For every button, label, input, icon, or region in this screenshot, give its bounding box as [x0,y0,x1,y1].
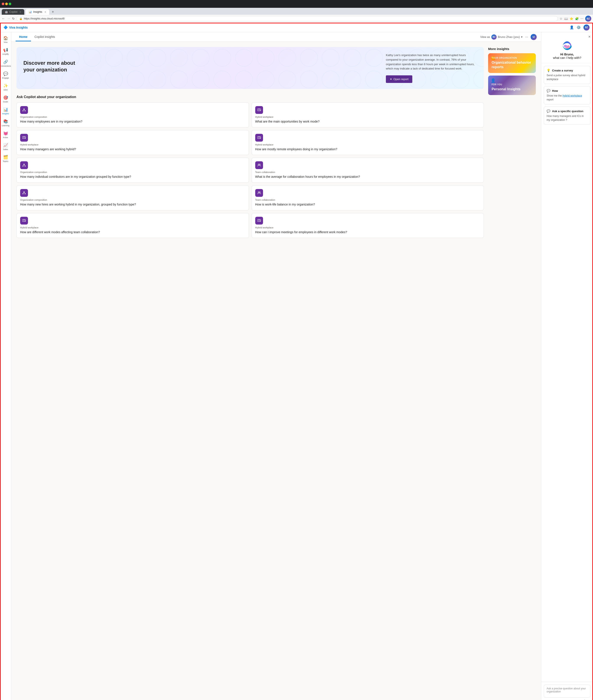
card-card1[interactable]: Organization composition How many employ… [16,102,249,128]
more-options-button[interactable]: ⋯ [525,35,528,39]
svg-point-16 [23,193,24,194]
card-question-card9: How are different work modes affecting t… [20,230,245,234]
svg-rect-6 [23,136,26,139]
copilot-suggestions: 💡 Create a survey Send a pulse survey ab… [541,63,593,682]
suggestion-text-ask-question: How many managers and ICs in my organiza… [547,115,584,122]
user-avatar[interactable]: BZ [584,25,590,31]
card-card5[interactable]: Organization composition How many indivi… [16,158,249,183]
card-card4[interactable]: Hybrid workplace How are mostly remote e… [251,130,484,155]
card-category-card6: Team collaboration [255,171,480,173]
copilot-input-field[interactable]: Ask a precise question about your organi… [544,685,590,698]
card-card10[interactable]: Hybrid workplace How can I improve meeti… [251,213,484,238]
forward-button[interactable]: → [7,17,10,20]
extensions-button[interactable]: 🧩 [575,17,579,20]
browser-window-controls [2,3,11,5]
card-card6[interactable]: Team collaboration What is the average f… [251,158,484,183]
hero-text-block: Discover more about your organization [24,59,84,77]
app-topbar: 🔷 Viva Insights 👤 ⚙️ BZ [0,23,593,32]
card-question-card10: How can I improve meetings for employees… [255,230,480,234]
reading-view-button[interactable]: 📖 [564,17,568,20]
personal-insights-tile[interactable]: 👤 For you Personal Insights [488,76,536,95]
suggestion-body-create-survey: Send a pulse survey about hybrid workpla… [547,74,588,81]
minimize-window-button[interactable] [5,3,8,5]
suggestion-title-how: How [552,89,558,92]
sidebar-item-connections[interactable]: 🔗 Connections [1,58,11,69]
copilot-panel: × [541,32,593,700]
sidebar-item-insights[interactable]: 📊 Insights [1,105,11,117]
copilot-tab-close[interactable]: ✕ [19,11,21,13]
hero-description: Kathy Lee's organization has twice as ma… [386,53,477,71]
person-icon[interactable]: 👤 [569,25,574,30]
sidebar: 🏠 Viva 📢 Amplify 🔗 Connections 💬 Engage … [0,32,11,700]
svg-point-15 [24,191,25,192]
card-category-card8: Team collaboration [255,199,480,201]
tab-home[interactable]: Home [15,33,31,41]
suggestion-ask-question[interactable]: 💬 Ask a specific question How many manag… [544,106,590,125]
card-card3[interactable]: Hybrid workplace How many managers are w… [16,130,249,155]
app-name: Viva Insights [9,26,28,29]
insights-icon: 📊 [3,107,8,112]
nav-tab-right: View as BZ Bruno Zhao (you) ▾ ⋯ VI [480,34,537,40]
sidebar-item-engage[interactable]: 💬 Engage [1,70,11,81]
address-bar[interactable]: 🔒 https://insights.viva.cloud.microsoft/ [16,16,558,21]
nav-tabs: Home Copilot insights View as BZ Bruno Z… [11,32,541,42]
svg-line-3 [23,110,24,111]
sidebar-item-pulse[interactable]: 💓 Pulse [1,129,11,140]
open-report-button[interactable]: ✦ Open report [386,75,412,83]
sidebar-item-viva[interactable]: 🏠 Viva [1,34,11,45]
settings-icon[interactable]: ⚙️ [577,25,581,30]
copilot-greeting-line1: Hi Bruno, [545,53,590,56]
copilot-tab[interactable]: 🤖 Copilot ✕ [2,9,24,15]
close-window-button[interactable] [2,3,4,5]
suggestion-how[interactable]: 💬 How Show me the hybrid workplace repor… [544,86,590,104]
card-category-card9: Hybrid workplace [20,226,245,229]
settings-button[interactable]: ⋯ [581,17,584,20]
back-button[interactable]: ← [2,17,5,20]
card-card7[interactable]: Organization composition How many new hi… [16,185,249,211]
svg-point-8 [24,164,25,165]
card-icon-card2 [255,106,263,114]
maximize-window-button[interactable] [9,3,11,5]
copilot-greeting: Hi Bruno, what can I help with? [545,53,590,59]
card-category-card7: Organization composition [20,199,245,201]
copilot-close-button[interactable]: × [588,35,590,39]
sidebar-item-glint[interactable]: ✨ Glint [1,82,11,93]
copilot-tab-label: Copilot [9,10,17,13]
bookmark-button[interactable]: ☆ [560,17,562,20]
cards-grid: Organization composition How many employ… [16,102,484,238]
new-tab-button[interactable]: + [50,10,55,14]
favorites-button[interactable]: ⭐ [569,17,573,20]
suggestion-title-ask-question: Ask a specific question [552,110,584,113]
org-insights-tile[interactable]: 🟠 Your organization Organizational behav… [488,53,536,73]
browser-profile-avatar[interactable]: BZ [585,15,591,21]
card-question-card1: How many employees are in my organizatio… [20,120,245,124]
sidebar-item-goals[interactable]: 🎯 Goals [1,93,11,104]
suggestion-header-ask-question: 💬 Ask a specific question [547,110,588,113]
card-card8[interactable]: Team collaboration How is work-life bala… [251,185,484,211]
tab-copilot-insights[interactable]: Copilot insights [31,33,58,41]
refresh-button[interactable]: ↻ [12,17,15,20]
suggestion-icon-how: 💬 [547,89,550,92]
personal-tile-badge: For you [491,83,532,86]
sidebar-item-topics[interactable]: 🗂️ Topics [1,153,11,164]
svg-point-14 [259,164,260,165]
card-category-card10: Hybrid workplace [255,226,480,229]
sidebar-item-amplify[interactable]: 📢 Amplify [1,46,11,57]
insights-tab-favicon: 📊 [29,10,32,13]
suggestion-create-survey[interactable]: 💡 Create a survey Send a pulse survey ab… [544,66,590,84]
insights-tab[interactable]: 📊 Insights ✕ [26,9,49,15]
card-card9[interactable]: Hybrid workplace How are different work … [16,213,249,238]
svg-line-12 [24,165,25,166]
browser-chrome [0,0,593,8]
sidebar-item-learning[interactable]: 📚 Learning [1,117,11,128]
card-question-card7: How many new hires are working hybrid in… [20,203,245,207]
view-as-name: Bruno Zhao (you) [498,35,520,39]
suggestion-text-after-how: report [547,98,553,101]
sidebar-sales-label: Sales [3,148,8,150]
sidebar-item-sales[interactable]: 📈 Sales [1,141,11,152]
insights-tab-close[interactable]: ✕ [44,11,46,13]
open-report-label: Open report [393,78,408,81]
card-card2[interactable]: Hybrid workplace What are the main oppor… [251,102,484,128]
suggestion-icon-create-survey: 💡 [547,69,550,72]
insights-tab-label: Insights [33,10,42,13]
